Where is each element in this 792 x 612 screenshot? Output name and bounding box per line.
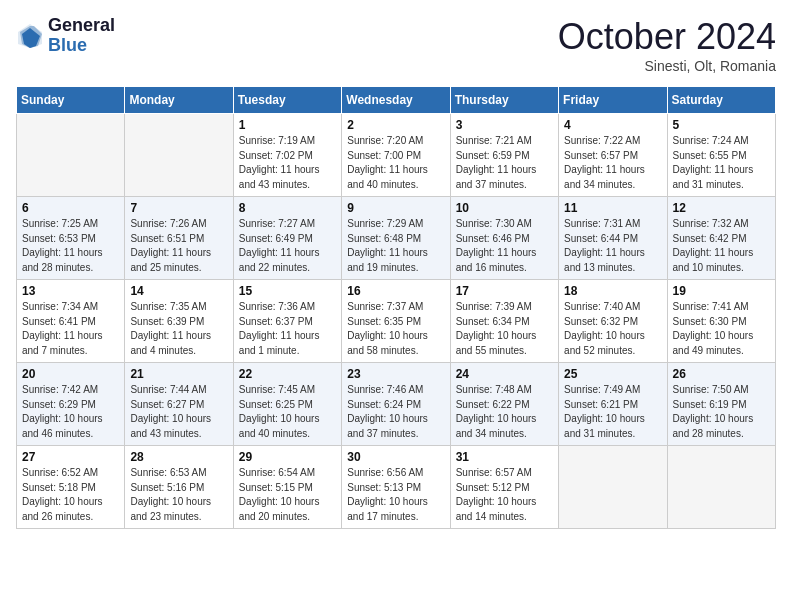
calendar-week-row: 13Sunrise: 7:34 AM Sunset: 6:41 PM Dayli… bbox=[17, 280, 776, 363]
day-detail: Sunrise: 7:49 AM Sunset: 6:21 PM Dayligh… bbox=[564, 383, 661, 441]
calendar-cell: 4Sunrise: 7:22 AM Sunset: 6:57 PM Daylig… bbox=[559, 114, 667, 197]
calendar-cell bbox=[17, 114, 125, 197]
calendar-cell: 28Sunrise: 6:53 AM Sunset: 5:16 PM Dayli… bbox=[125, 446, 233, 529]
calendar-cell: 27Sunrise: 6:52 AM Sunset: 5:18 PM Dayli… bbox=[17, 446, 125, 529]
calendar-cell bbox=[125, 114, 233, 197]
logo: General Blue bbox=[16, 16, 115, 56]
calendar-cell: 9Sunrise: 7:29 AM Sunset: 6:48 PM Daylig… bbox=[342, 197, 450, 280]
calendar-cell: 12Sunrise: 7:32 AM Sunset: 6:42 PM Dayli… bbox=[667, 197, 775, 280]
day-number: 19 bbox=[673, 284, 770, 298]
day-detail: Sunrise: 7:41 AM Sunset: 6:30 PM Dayligh… bbox=[673, 300, 770, 358]
calendar-cell: 18Sunrise: 7:40 AM Sunset: 6:32 PM Dayli… bbox=[559, 280, 667, 363]
day-number: 11 bbox=[564, 201, 661, 215]
day-number: 22 bbox=[239, 367, 336, 381]
day-detail: Sunrise: 7:35 AM Sunset: 6:39 PM Dayligh… bbox=[130, 300, 227, 358]
calendar-cell: 19Sunrise: 7:41 AM Sunset: 6:30 PM Dayli… bbox=[667, 280, 775, 363]
day-detail: Sunrise: 6:56 AM Sunset: 5:13 PM Dayligh… bbox=[347, 466, 444, 524]
calendar-cell bbox=[559, 446, 667, 529]
calendar-cell: 5Sunrise: 7:24 AM Sunset: 6:55 PM Daylig… bbox=[667, 114, 775, 197]
calendar-week-row: 1Sunrise: 7:19 AM Sunset: 7:02 PM Daylig… bbox=[17, 114, 776, 197]
calendar-cell: 20Sunrise: 7:42 AM Sunset: 6:29 PM Dayli… bbox=[17, 363, 125, 446]
day-number: 6 bbox=[22, 201, 119, 215]
calendar-table: SundayMondayTuesdayWednesdayThursdayFrid… bbox=[16, 86, 776, 529]
calendar-cell: 22Sunrise: 7:45 AM Sunset: 6:25 PM Dayli… bbox=[233, 363, 341, 446]
logo-text: General Blue bbox=[48, 16, 115, 56]
logo-icon bbox=[16, 22, 44, 50]
day-number: 1 bbox=[239, 118, 336, 132]
day-detail: Sunrise: 7:19 AM Sunset: 7:02 PM Dayligh… bbox=[239, 134, 336, 192]
day-detail: Sunrise: 7:21 AM Sunset: 6:59 PM Dayligh… bbox=[456, 134, 553, 192]
day-detail: Sunrise: 7:45 AM Sunset: 6:25 PM Dayligh… bbox=[239, 383, 336, 441]
day-number: 13 bbox=[22, 284, 119, 298]
calendar-cell: 16Sunrise: 7:37 AM Sunset: 6:35 PM Dayli… bbox=[342, 280, 450, 363]
weekday-header-tuesday: Tuesday bbox=[233, 87, 341, 114]
calendar-cell: 17Sunrise: 7:39 AM Sunset: 6:34 PM Dayli… bbox=[450, 280, 558, 363]
day-number: 21 bbox=[130, 367, 227, 381]
weekday-header-thursday: Thursday bbox=[450, 87, 558, 114]
day-number: 4 bbox=[564, 118, 661, 132]
day-number: 9 bbox=[347, 201, 444, 215]
day-detail: Sunrise: 6:57 AM Sunset: 5:12 PM Dayligh… bbox=[456, 466, 553, 524]
day-number: 29 bbox=[239, 450, 336, 464]
day-detail: Sunrise: 7:31 AM Sunset: 6:44 PM Dayligh… bbox=[564, 217, 661, 275]
calendar-cell: 10Sunrise: 7:30 AM Sunset: 6:46 PM Dayli… bbox=[450, 197, 558, 280]
day-detail: Sunrise: 7:44 AM Sunset: 6:27 PM Dayligh… bbox=[130, 383, 227, 441]
day-number: 5 bbox=[673, 118, 770, 132]
calendar-cell: 31Sunrise: 6:57 AM Sunset: 5:12 PM Dayli… bbox=[450, 446, 558, 529]
day-number: 2 bbox=[347, 118, 444, 132]
weekday-header-sunday: Sunday bbox=[17, 87, 125, 114]
calendar-cell: 6Sunrise: 7:25 AM Sunset: 6:53 PM Daylig… bbox=[17, 197, 125, 280]
day-number: 3 bbox=[456, 118, 553, 132]
day-detail: Sunrise: 7:36 AM Sunset: 6:37 PM Dayligh… bbox=[239, 300, 336, 358]
calendar-cell: 7Sunrise: 7:26 AM Sunset: 6:51 PM Daylig… bbox=[125, 197, 233, 280]
day-detail: Sunrise: 7:40 AM Sunset: 6:32 PM Dayligh… bbox=[564, 300, 661, 358]
day-number: 14 bbox=[130, 284, 227, 298]
calendar-week-row: 20Sunrise: 7:42 AM Sunset: 6:29 PM Dayli… bbox=[17, 363, 776, 446]
calendar-cell: 29Sunrise: 6:54 AM Sunset: 5:15 PM Dayli… bbox=[233, 446, 341, 529]
day-detail: Sunrise: 7:37 AM Sunset: 6:35 PM Dayligh… bbox=[347, 300, 444, 358]
day-number: 20 bbox=[22, 367, 119, 381]
calendar-week-row: 27Sunrise: 6:52 AM Sunset: 5:18 PM Dayli… bbox=[17, 446, 776, 529]
calendar-cell: 26Sunrise: 7:50 AM Sunset: 6:19 PM Dayli… bbox=[667, 363, 775, 446]
day-number: 28 bbox=[130, 450, 227, 464]
day-detail: Sunrise: 7:26 AM Sunset: 6:51 PM Dayligh… bbox=[130, 217, 227, 275]
calendar-cell: 14Sunrise: 7:35 AM Sunset: 6:39 PM Dayli… bbox=[125, 280, 233, 363]
day-number: 30 bbox=[347, 450, 444, 464]
calendar-cell: 25Sunrise: 7:49 AM Sunset: 6:21 PM Dayli… bbox=[559, 363, 667, 446]
day-number: 10 bbox=[456, 201, 553, 215]
weekday-header-monday: Monday bbox=[125, 87, 233, 114]
weekday-header-wednesday: Wednesday bbox=[342, 87, 450, 114]
calendar-cell: 24Sunrise: 7:48 AM Sunset: 6:22 PM Dayli… bbox=[450, 363, 558, 446]
day-number: 8 bbox=[239, 201, 336, 215]
day-number: 27 bbox=[22, 450, 119, 464]
day-detail: Sunrise: 7:32 AM Sunset: 6:42 PM Dayligh… bbox=[673, 217, 770, 275]
day-detail: Sunrise: 6:52 AM Sunset: 5:18 PM Dayligh… bbox=[22, 466, 119, 524]
calendar-cell bbox=[667, 446, 775, 529]
calendar-cell: 8Sunrise: 7:27 AM Sunset: 6:49 PM Daylig… bbox=[233, 197, 341, 280]
location-subtitle: Sinesti, Olt, Romania bbox=[558, 58, 776, 74]
day-number: 26 bbox=[673, 367, 770, 381]
day-detail: Sunrise: 7:22 AM Sunset: 6:57 PM Dayligh… bbox=[564, 134, 661, 192]
calendar-week-row: 6Sunrise: 7:25 AM Sunset: 6:53 PM Daylig… bbox=[17, 197, 776, 280]
day-number: 15 bbox=[239, 284, 336, 298]
calendar-cell: 2Sunrise: 7:20 AM Sunset: 7:00 PM Daylig… bbox=[342, 114, 450, 197]
day-detail: Sunrise: 7:50 AM Sunset: 6:19 PM Dayligh… bbox=[673, 383, 770, 441]
day-number: 24 bbox=[456, 367, 553, 381]
calendar-cell: 3Sunrise: 7:21 AM Sunset: 6:59 PM Daylig… bbox=[450, 114, 558, 197]
day-number: 12 bbox=[673, 201, 770, 215]
calendar-cell: 30Sunrise: 6:56 AM Sunset: 5:13 PM Dayli… bbox=[342, 446, 450, 529]
day-detail: Sunrise: 7:46 AM Sunset: 6:24 PM Dayligh… bbox=[347, 383, 444, 441]
day-detail: Sunrise: 7:24 AM Sunset: 6:55 PM Dayligh… bbox=[673, 134, 770, 192]
day-detail: Sunrise: 7:29 AM Sunset: 6:48 PM Dayligh… bbox=[347, 217, 444, 275]
day-number: 25 bbox=[564, 367, 661, 381]
day-detail: Sunrise: 6:53 AM Sunset: 5:16 PM Dayligh… bbox=[130, 466, 227, 524]
day-detail: Sunrise: 7:25 AM Sunset: 6:53 PM Dayligh… bbox=[22, 217, 119, 275]
day-detail: Sunrise: 7:20 AM Sunset: 7:00 PM Dayligh… bbox=[347, 134, 444, 192]
day-number: 18 bbox=[564, 284, 661, 298]
day-detail: Sunrise: 7:34 AM Sunset: 6:41 PM Dayligh… bbox=[22, 300, 119, 358]
day-number: 7 bbox=[130, 201, 227, 215]
weekday-header-saturday: Saturday bbox=[667, 87, 775, 114]
day-detail: Sunrise: 7:39 AM Sunset: 6:34 PM Dayligh… bbox=[456, 300, 553, 358]
calendar-cell: 15Sunrise: 7:36 AM Sunset: 6:37 PM Dayli… bbox=[233, 280, 341, 363]
calendar-cell: 23Sunrise: 7:46 AM Sunset: 6:24 PM Dayli… bbox=[342, 363, 450, 446]
